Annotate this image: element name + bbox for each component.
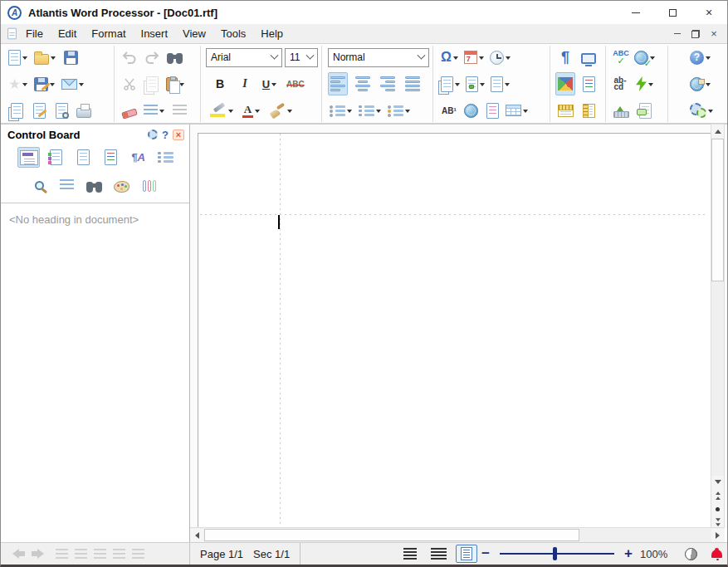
previous-page-button[interactable] bbox=[711, 489, 724, 502]
sort-button[interactable] bbox=[169, 99, 189, 122]
copy-button[interactable] bbox=[142, 72, 162, 95]
symbol-dropdown-arrow[interactable] bbox=[453, 56, 458, 62]
demote-heading-button[interactable] bbox=[75, 549, 87, 560]
cb-formatting-tab[interactable]: ¶A bbox=[127, 147, 149, 168]
layout-view-button[interactable] bbox=[579, 72, 599, 95]
picture-dropdown-arrow[interactable] bbox=[480, 83, 485, 89]
options-button[interactable] bbox=[688, 99, 716, 122]
new-dropdown-arrow[interactable] bbox=[22, 56, 27, 62]
web-layout-toggle[interactable] bbox=[428, 545, 449, 563]
insert-date-button[interactable] bbox=[462, 46, 486, 69]
bold-button[interactable]: B bbox=[210, 72, 230, 95]
underline-dropdown-arrow[interactable] bbox=[271, 83, 276, 89]
bookmark-button[interactable] bbox=[482, 99, 502, 122]
formatting-marks-button[interactable]: ¶ bbox=[555, 46, 575, 69]
clear-formatting-button[interactable] bbox=[120, 99, 139, 122]
insert-picture-button[interactable] bbox=[464, 72, 487, 95]
horizontal-scroll-thumb[interactable] bbox=[204, 529, 579, 541]
scroll-right-button[interactable] bbox=[711, 529, 725, 542]
nav-forward-button[interactable] bbox=[32, 549, 49, 559]
justify-button[interactable] bbox=[403, 72, 423, 95]
numbering-dropdown-arrow[interactable] bbox=[376, 110, 381, 115]
font-name-combo[interactable]: Arial bbox=[206, 48, 282, 67]
align-right-button[interactable] bbox=[378, 72, 398, 95]
print-button[interactable] bbox=[74, 99, 94, 122]
hot-keys-button[interactable] bbox=[611, 99, 631, 122]
hyperlink-button[interactable] bbox=[461, 99, 481, 122]
field-dropdown-arrow[interactable] bbox=[505, 83, 510, 89]
notification-bell-icon[interactable] bbox=[711, 548, 722, 560]
cb-zoom-tool[interactable] bbox=[28, 175, 51, 196]
insert-field-button[interactable] bbox=[489, 72, 512, 95]
mdi-close-button[interactable]: × bbox=[707, 28, 721, 40]
save-copy-button[interactable] bbox=[7, 99, 27, 122]
full-screen-button[interactable] bbox=[579, 46, 599, 69]
paste-button[interactable] bbox=[164, 72, 187, 95]
help-button[interactable]: ? bbox=[688, 46, 713, 69]
section-indicator[interactable]: Sec 1/1 bbox=[253, 548, 300, 560]
footnote-button[interactable]: AB¹ bbox=[439, 99, 459, 122]
menu-view[interactable]: View bbox=[175, 25, 213, 42]
underline-button[interactable]: U bbox=[260, 72, 280, 95]
nav-back-button[interactable] bbox=[7, 549, 25, 559]
find-button[interactable] bbox=[164, 46, 184, 69]
options-dropdown-arrow[interactable] bbox=[708, 110, 713, 115]
date-dropdown-arrow[interactable] bbox=[479, 56, 484, 62]
cb-colors-tool[interactable] bbox=[110, 175, 133, 196]
autocorrect-dropdown-arrow[interactable] bbox=[648, 83, 653, 89]
font-size-combo[interactable]: 11 bbox=[285, 48, 318, 67]
insert-file-button[interactable] bbox=[439, 72, 462, 95]
highlight-button[interactable] bbox=[208, 99, 236, 122]
vertical-ruler-button[interactable] bbox=[579, 99, 599, 122]
spellcheck-button[interactable]: ABC✓ bbox=[611, 46, 631, 69]
font-color-dropdown-arrow[interactable] bbox=[255, 110, 260, 115]
multilevel-list-button[interactable] bbox=[386, 99, 413, 122]
cb-paragraph-tool[interactable] bbox=[56, 175, 78, 196]
style-combo[interactable]: Normal bbox=[328, 48, 429, 67]
menu-file[interactable]: File bbox=[18, 25, 51, 42]
draft-view-toggle[interactable] bbox=[399, 545, 421, 563]
control-board-close-icon[interactable]: × bbox=[173, 130, 184, 140]
minimize-button[interactable] bbox=[618, 1, 654, 24]
list-view-button[interactable] bbox=[113, 549, 125, 560]
insert-table-button[interactable] bbox=[504, 99, 530, 122]
view-options-button[interactable] bbox=[555, 72, 575, 95]
zoom-out-button[interactable]: − bbox=[478, 545, 493, 562]
document-menu-icon[interactable] bbox=[7, 28, 17, 39]
language-button[interactable]: ✓ bbox=[633, 46, 657, 69]
menu-insert[interactable]: Insert bbox=[134, 25, 176, 42]
select-browse-object-button[interactable] bbox=[711, 502, 724, 516]
vertical-scrollbar[interactable] bbox=[711, 124, 725, 530]
zoom-slider-track[interactable] bbox=[500, 553, 614, 555]
scroll-left-button[interactable] bbox=[190, 529, 203, 542]
menu-format[interactable]: Format bbox=[84, 25, 133, 42]
scroll-down-button[interactable] bbox=[711, 476, 724, 489]
favorites-dropdown-arrow[interactable] bbox=[22, 83, 27, 89]
format-painter-dropdown-arrow[interactable] bbox=[287, 110, 292, 115]
menu-tools[interactable]: Tools bbox=[213, 25, 253, 42]
vertical-scroll-thumb[interactable] bbox=[711, 139, 724, 281]
insert-file-dropdown-arrow[interactable] bbox=[455, 83, 460, 89]
line-spacing-dropdown-arrow[interactable] bbox=[159, 110, 164, 115]
website-dropdown-arrow[interactable] bbox=[706, 83, 711, 89]
insert-symbol-button[interactable]: Ω bbox=[439, 46, 461, 69]
bullets-button[interactable] bbox=[328, 99, 354, 122]
outline-view-button[interactable] bbox=[132, 549, 144, 560]
open-dropdown-arrow[interactable] bbox=[51, 56, 56, 62]
mdi-minimize-button[interactable] bbox=[671, 28, 684, 40]
cb-outline-tab[interactable] bbox=[154, 147, 177, 168]
favorites-button[interactable]: ★ bbox=[7, 72, 30, 95]
line-spacing-button[interactable] bbox=[142, 99, 167, 122]
strikethrough-button[interactable]: ABC bbox=[285, 72, 306, 95]
font-color-button[interactable]: A bbox=[241, 99, 262, 122]
close-button[interactable]: × bbox=[691, 1, 727, 24]
help-dropdown-arrow[interactable] bbox=[706, 56, 711, 62]
mail-dropdown-arrow[interactable] bbox=[79, 83, 84, 89]
horizontal-scrollbar[interactable] bbox=[190, 527, 725, 542]
website-button[interactable] bbox=[688, 72, 713, 95]
hyphenation-button[interactable]: ab-cd bbox=[611, 72, 631, 95]
cb-styles-tab[interactable] bbox=[45, 147, 67, 168]
contrast-toggle-icon[interactable] bbox=[685, 548, 697, 560]
table-dropdown-arrow[interactable] bbox=[523, 110, 528, 115]
horizontal-ruler-button[interactable] bbox=[555, 99, 575, 122]
